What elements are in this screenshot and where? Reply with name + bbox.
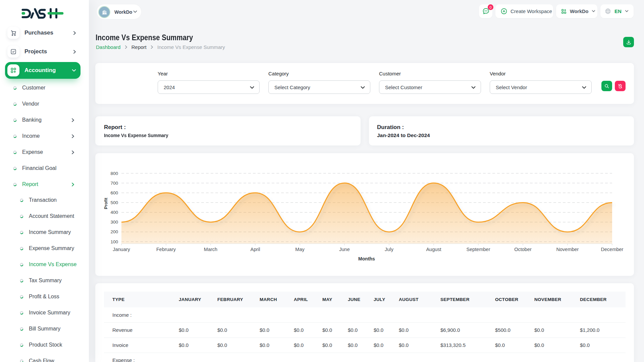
svg-text:January: January: [113, 247, 130, 252]
svg-text:100: 100: [110, 239, 118, 244]
svg-text:300: 300: [110, 220, 118, 225]
svg-text:April: April: [250, 247, 260, 252]
svg-text:February: February: [156, 247, 176, 252]
svg-text:600: 600: [110, 190, 118, 195]
svg-text:Months: Months: [358, 256, 375, 261]
svg-text:200: 200: [110, 229, 118, 234]
svg-text:October: October: [514, 247, 532, 252]
svg-text:June: June: [339, 247, 350, 252]
svg-text:March: March: [204, 247, 217, 252]
svg-text:Profit: Profit: [103, 197, 108, 209]
svg-text:May: May: [295, 247, 305, 252]
svg-text:August: August: [426, 247, 441, 252]
svg-text:November: November: [556, 247, 579, 252]
svg-text:September: September: [467, 247, 490, 252]
svg-text:700: 700: [110, 181, 118, 186]
svg-text:800: 800: [110, 171, 118, 176]
svg-text:500: 500: [110, 200, 118, 205]
svg-text:July: July: [385, 247, 394, 252]
svg-text:400: 400: [110, 210, 118, 215]
svg-text:December: December: [601, 247, 624, 252]
